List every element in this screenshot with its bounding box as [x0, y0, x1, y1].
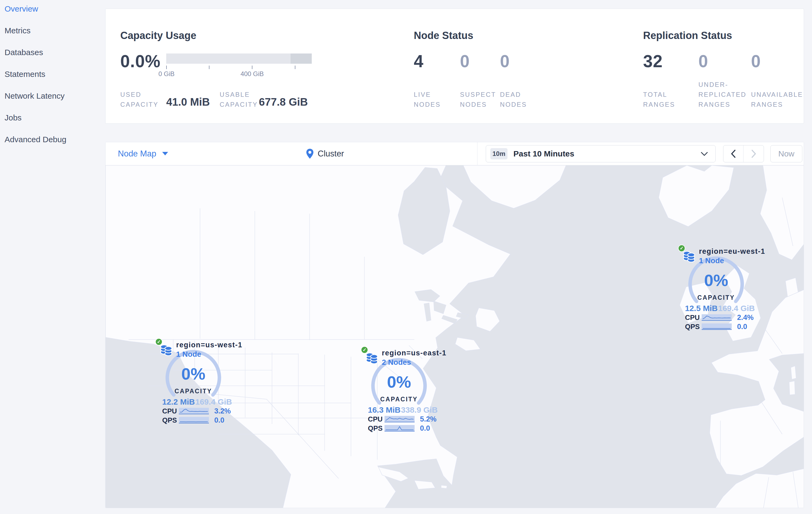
- total-ranges-value: 32: [643, 51, 663, 71]
- live-nodes-label: LIVE NODES: [414, 77, 454, 109]
- unavailable-ranges-value: 0: [751, 51, 761, 71]
- unavailable-ranges-label: UNAVAILABLE RANGES: [751, 77, 802, 109]
- region-name: region=eu-west-1: [699, 247, 765, 256]
- sidebar-item-metrics[interactable]: Metrics: [0, 20, 107, 42]
- usable-capacity-label: USABLE CAPACITY: [220, 77, 261, 109]
- used-capacity-label: USED CAPACITY: [120, 77, 158, 109]
- world-map-graphic: [106, 165, 804, 508]
- qps-value: 0.0: [737, 323, 747, 331]
- region-name: region=us-east-1: [382, 349, 446, 357]
- used-capacity-value: 41.0 MiB: [166, 96, 210, 108]
- node-map[interactable]: ✓ region=us-west-1 1 Node 0% CAPACITY 12…: [106, 165, 804, 508]
- region-marker-us-east-1: ✓ region=us-east-1 2 Nodes 0% CAPACITY 1…: [356, 346, 442, 434]
- region-node-count-link[interactable]: 2 Nodes: [382, 358, 411, 367]
- chevron-down-icon: [701, 152, 708, 156]
- cpu-value: 3.2%: [214, 407, 231, 415]
- cpu-label: CPU: [685, 314, 702, 322]
- cpu-sparkline: [179, 408, 209, 414]
- sidebar-item-statements[interactable]: Statements: [0, 63, 107, 85]
- toolbar-divider: [477, 142, 477, 165]
- cpu-label: CPU: [368, 415, 384, 424]
- capacity-axis-tick: [252, 65, 253, 69]
- time-range-next-button[interactable]: [744, 145, 764, 162]
- region-capacity-label: CAPACITY: [150, 388, 236, 395]
- view-selector-label: Node Map: [118, 149, 156, 159]
- region-capacity-label: CAPACITY: [356, 396, 442, 403]
- suspect-nodes-label: SUSPECT NODES: [460, 77, 496, 109]
- qps-sparkline: [702, 323, 732, 330]
- cpu-value: 2.4%: [737, 314, 754, 322]
- breadcrumb[interactable]: Cluster: [306, 142, 344, 165]
- sidebar-item-network-latency[interactable]: Network Latency: [0, 85, 107, 107]
- under-replicated-ranges-value: 0: [698, 51, 708, 71]
- qps-label: QPS: [685, 323, 702, 331]
- region-capacity-percent: 0%: [673, 272, 759, 289]
- region-capacity-percent: 0%: [356, 373, 442, 391]
- qps-label: QPS: [368, 424, 384, 433]
- cpu-value: 5.2%: [420, 415, 437, 424]
- sidebar-item-advanced-debug[interactable]: Advanced Debug: [0, 129, 107, 150]
- node-status-title: Node Status: [414, 30, 473, 42]
- time-range-prev-button[interactable]: [723, 145, 744, 162]
- cpu-sparkline: [702, 314, 732, 321]
- sidebar-item-overview[interactable]: Overview: [0, 0, 107, 20]
- suspect-nodes-value: 0: [460, 51, 470, 71]
- database-stack-icon[interactable]: [366, 351, 379, 364]
- region-used-capacity: 12.5 MiB: [685, 304, 718, 313]
- cluster-summary-panel: Capacity Usage 0.0% 0 GiB 400 GiB USED C…: [105, 8, 804, 124]
- capacity-axis-tick: [209, 65, 209, 69]
- capacity-axis-tick: [166, 65, 167, 69]
- sidebar-item-databases[interactable]: Databases: [0, 42, 107, 63]
- chevron-right-icon: [751, 150, 756, 158]
- qps-sparkline: [179, 417, 209, 424]
- dead-nodes-value: 0: [500, 51, 510, 71]
- region-capacity-percent: 0%: [150, 365, 236, 383]
- qps-value: 0.0: [420, 424, 430, 433]
- qps-sparkline: [384, 425, 414, 431]
- region-node-count-link[interactable]: 1 Node: [699, 256, 724, 265]
- time-range-badge: 10m: [490, 148, 508, 159]
- capacity-usage-percent: 0.0%: [120, 51, 161, 71]
- region-marker-eu-west-1: ✓ region=eu-west-1 1 Node 0% CAPACITY 12…: [673, 244, 759, 333]
- map-toolbar: Node Map Cluster 10m Past 10 Minutes: [106, 142, 804, 165]
- capacity-axis-tick: [295, 65, 295, 69]
- region-node-count-link[interactable]: 1 Node: [176, 350, 201, 359]
- qps-value: 0.0: [214, 416, 225, 425]
- replication-status-title: Replication Status: [643, 30, 732, 42]
- region-usable-capacity: 169.4 GiB: [718, 304, 755, 313]
- database-stack-icon[interactable]: [683, 249, 696, 262]
- region-capacity-label: CAPACITY: [673, 294, 759, 301]
- live-nodes-value: 4: [414, 51, 424, 71]
- database-stack-icon[interactable]: [160, 343, 173, 356]
- capacity-usage-bar-tail: [291, 54, 312, 64]
- chevron-left-icon: [731, 150, 736, 158]
- sidebar-item-jobs[interactable]: Jobs: [0, 107, 107, 129]
- capacity-usage-bar: [166, 54, 312, 64]
- time-range-label: Past 10 Minutes: [514, 149, 574, 158]
- caret-down-icon: [162, 152, 168, 155]
- node-map-panel: Node Map Cluster 10m Past 10 Minutes: [105, 142, 804, 508]
- region-used-capacity: 12.2 MiB: [162, 397, 195, 406]
- region-name: region=us-west-1: [176, 341, 242, 349]
- capacity-usage-title: Capacity Usage: [120, 30, 196, 42]
- sidebar: Overview Metrics Databases Statements Ne…: [0, 0, 107, 514]
- dead-nodes-label: DEAD NODES: [500, 77, 536, 109]
- qps-label: QPS: [162, 416, 179, 425]
- time-range-step-buttons: [723, 145, 764, 162]
- region-usable-capacity: 169.4 GiB: [195, 397, 232, 406]
- usable-capacity-value: 677.8 GiB: [259, 96, 308, 108]
- breadcrumb-label: Cluster: [318, 149, 344, 159]
- region-used-capacity: 16.3 MiB: [368, 405, 401, 414]
- location-pin-icon: [306, 148, 314, 159]
- cpu-label: CPU: [162, 407, 179, 415]
- now-button[interactable]: Now: [771, 145, 802, 162]
- cpu-sparkline: [384, 416, 414, 422]
- region-usable-capacity: 338.9 GiB: [401, 405, 438, 414]
- total-ranges-label: TOTAL RANGES: [643, 77, 684, 109]
- view-selector-dropdown[interactable]: Node Map: [118, 142, 168, 165]
- region-marker-us-west-1: ✓ region=us-west-1 1 Node 0% CAPACITY 12…: [150, 337, 236, 426]
- under-replicated-ranges-label: UNDER-REPLICATED RANGES: [698, 77, 748, 109]
- time-range-dropdown[interactable]: 10m Past 10 Minutes: [486, 145, 716, 162]
